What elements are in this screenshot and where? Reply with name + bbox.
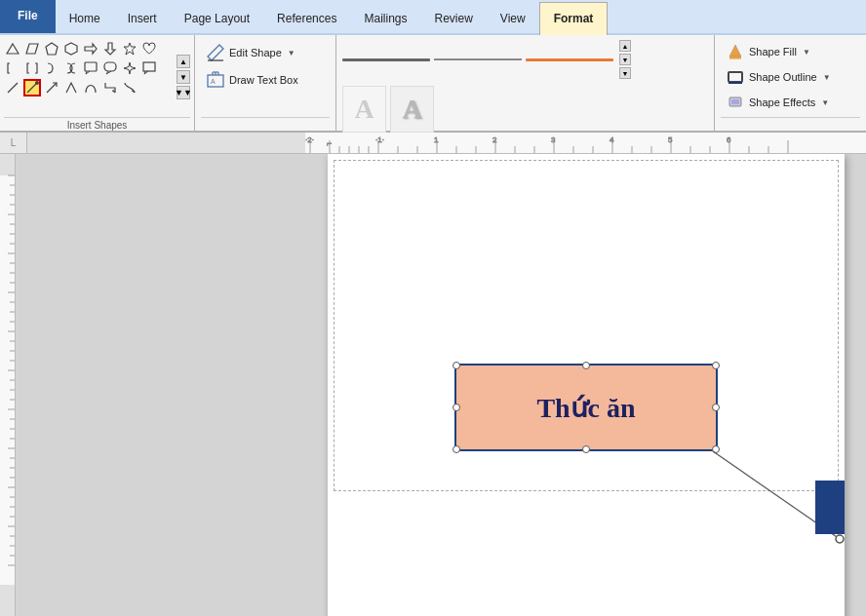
svg-text:4: 4 (610, 135, 614, 144)
parallelogram-shape-btn[interactable] (23, 40, 41, 58)
tab-view[interactable]: View (487, 0, 539, 33)
insert-shapes-group: ▲ ▼ ▼▼ Insert Shapes (0, 35, 195, 131)
shape-fill-btn[interactable]: Shape Fill ▼ (721, 39, 860, 64)
svg-marker-0 (7, 44, 19, 54)
shape-outline-label: Shape Outline (749, 71, 817, 83)
style-line-dash[interactable] (434, 58, 522, 60)
text-box-shape[interactable]: Thức ăn (454, 364, 718, 451)
shapes-scroll-more[interactable]: ▼▼ (177, 86, 190, 99)
shape-effects-btn[interactable]: Shape Effects ▼ (721, 90, 860, 115)
wordart-previews: A A (342, 86, 708, 133)
tab-format[interactable]: Format (539, 2, 609, 35)
shape-format-group: Shape Fill ▼ Shape Outline ▼ Shape Effec… (715, 35, 866, 131)
svg-marker-4 (85, 44, 97, 54)
tab-references[interactable]: References (263, 0, 350, 33)
handle-right-center[interactable] (712, 404, 720, 411)
svg-text:⌐: ⌐ (327, 138, 332, 148)
svg-rect-22 (728, 72, 742, 82)
handle-top-left[interactable] (453, 362, 460, 369)
handle-top-center[interactable] (582, 362, 590, 369)
shape-fill-dropdown[interactable]: ▼ (803, 48, 810, 57)
format-group-spacer (721, 117, 860, 131)
style-line-solid[interactable] (342, 58, 430, 61)
draw-text-box-btn[interactable]: A Draw Text Box (201, 66, 330, 94)
triangle-shape-btn[interactable] (4, 40, 21, 58)
bracket1-shape-btn[interactable] (4, 59, 21, 77)
connector5-shape-btn[interactable] (121, 79, 138, 96)
shape-outline-btn[interactable]: Shape Outline ▼ (721, 64, 860, 90)
star4-shape-btn[interactable] (121, 59, 138, 77)
svg-text:·2·: ·2· (305, 135, 314, 144)
edit-group-spacer (201, 117, 330, 131)
arrow-right-shape-btn[interactable] (82, 40, 99, 58)
connector1-shape-btn[interactable] (43, 79, 60, 96)
draw-text-box-label: Draw Text Box (229, 74, 298, 86)
pentagon-shape-btn[interactable] (43, 40, 60, 58)
shapes-grid: ▲ ▼ ▼▼ (4, 39, 190, 115)
rect-callout-shape-btn[interactable] (140, 59, 158, 77)
connector4-shape-btn[interactable] (101, 79, 119, 96)
style-line-orange[interactable] (526, 58, 613, 61)
shape-outline-icon (726, 67, 745, 87)
ruler-container: L ·1· 1 2 (0, 133, 866, 154)
svg-marker-9 (124, 62, 136, 74)
shapes-scroll-up[interactable]: ▲ (177, 55, 190, 68)
heart-shape-btn[interactable] (140, 40, 158, 58)
wordart-a1[interactable]: A (342, 86, 386, 133)
callout2-shape-btn[interactable] (101, 59, 119, 77)
shape-effects-dropdown[interactable]: ▼ (821, 98, 829, 107)
connector3-shape-btn[interactable] (82, 79, 99, 96)
shapes-scroll: ▲ ▼ ▼▼ (177, 39, 190, 115)
tab-mailings[interactable]: Mailings (350, 0, 420, 33)
arrow-down-shape-btn[interactable] (101, 40, 119, 58)
wordart-a2[interactable]: A (390, 86, 434, 133)
ruler-corner[interactable]: L (0, 133, 27, 154)
shape-fill-label: Shape Fill (749, 46, 797, 58)
starburst-shape-btn[interactable] (121, 40, 138, 58)
shape-outline-dropdown[interactable]: ▼ (823, 73, 831, 82)
edit-shape-dropdown[interactable]: ▼ (288, 49, 295, 58)
svg-rect-25 (731, 99, 739, 104)
tab-page-layout[interactable]: Page Layout (171, 0, 263, 33)
bracket3-shape-btn[interactable] (43, 59, 60, 77)
styles-scroll-more[interactable]: ▼ (619, 67, 631, 79)
svg-marker-6 (124, 43, 136, 55)
page: Thức ăn (328, 154, 845, 616)
tab-home[interactable]: Home (56, 0, 114, 33)
handle-bottom-center[interactable] (582, 445, 590, 453)
svg-text:·1·: ·1· (375, 135, 384, 144)
svg-text:6: 6 (727, 135, 731, 144)
line1-shape-btn[interactable] (4, 79, 21, 96)
horizontal-ruler: ·1· 1 2 3 4 5 (27, 133, 866, 154)
svg-point-13 (35, 81, 39, 85)
svg-text:5: 5 (668, 135, 673, 144)
bracket2-shape-btn[interactable] (23, 59, 41, 77)
styles-scroll: ▲ ▼ ▼ (619, 39, 631, 80)
styles-lines: ▲ ▼ ▼ (342, 39, 708, 80)
handle-bottom-left[interactable] (453, 445, 460, 453)
edit-group: Edit Shape ▼ A Draw Text Box (195, 35, 336, 131)
tab-file[interactable]: File (0, 0, 56, 33)
handle-left-center[interactable] (453, 404, 460, 411)
hexagon-shape-btn[interactable] (62, 40, 80, 58)
tab-insert[interactable]: Insert (114, 0, 171, 33)
styles-scroll-up[interactable]: ▲ (619, 40, 631, 52)
vertical-ruler (0, 154, 16, 616)
bracket4-shape-btn[interactable] (62, 59, 80, 77)
handle-top-right[interactable] (712, 362, 720, 369)
connector2-shape-btn[interactable] (62, 79, 80, 96)
styles-scroll-down[interactable]: ▼ (619, 54, 631, 65)
blue-bar (815, 481, 845, 534)
shape-styles-group: ▲ ▼ ▼ A A Shape Styles ⊡ (336, 35, 715, 131)
callout1-shape-btn[interactable] (82, 59, 99, 77)
shapes-row-1 (4, 39, 174, 58)
svg-rect-8 (104, 62, 116, 71)
shapes-scroll-down[interactable]: ▼ (177, 70, 190, 84)
svg-marker-1 (26, 44, 38, 54)
line2-shape-btn-selected[interactable] (23, 79, 41, 96)
tab-review[interactable]: Review (420, 0, 486, 33)
edit-shape-label: Edit Shape (229, 47, 282, 58)
handle-bottom-right[interactable] (712, 445, 720, 453)
svg-rect-23 (728, 82, 742, 84)
edit-shape-btn[interactable]: Edit Shape ▼ (201, 39, 330, 66)
